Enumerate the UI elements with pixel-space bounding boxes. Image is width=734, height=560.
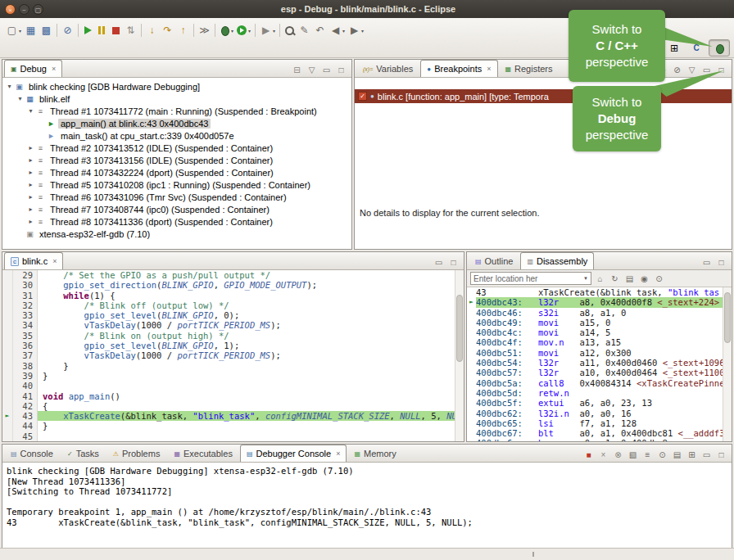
right-tab-variables[interactable]: (x)=Variables	[356, 60, 419, 77]
location-combo[interactable]: Enter location her ▼	[470, 272, 591, 285]
code-line[interactable]: 44}	[2, 421, 464, 431]
console-tab-tasks[interactable]: ✓Tasks	[61, 445, 106, 462]
console-tab-problems[interactable]: ⚠Problems	[106, 445, 167, 462]
annotation-ruler[interactable]	[2, 361, 13, 371]
editor-tab-blink-c[interactable]: cblink.c×	[4, 252, 63, 269]
annotation-ruler[interactable]	[2, 401, 13, 411]
debug-button[interactable]: ▾	[218, 21, 235, 39]
skip-all-breakpoints-button[interactable]: ⊘	[60, 21, 75, 39]
code-line[interactable]: ►43 xTaskCreate(&blink_task, "blink_task…	[2, 411, 464, 421]
debug-tree-row[interactable]: ▸≡Thread #5 1073410208 (ipc1 : Running) …	[2, 178, 351, 191]
line-number[interactable]: 31	[13, 291, 38, 300]
editor-scrollbar[interactable]	[455, 270, 464, 441]
tree-expander-icon[interactable]: ▸	[26, 169, 35, 176]
code-line[interactable]: 31 while(1) {	[2, 291, 464, 300]
annotation-ruler[interactable]	[2, 280, 13, 290]
window-close-button[interactable]: ×	[5, 4, 16, 15]
window-minimize-button[interactable]: −	[19, 4, 29, 15]
maximize-button[interactable]: □	[336, 65, 347, 75]
tree-expander-icon[interactable]: ▾	[26, 107, 35, 115]
debug-tree-row[interactable]: ▸≡Thread #3 1073413156 (IDLE) (Suspended…	[2, 154, 351, 166]
search-button[interactable]	[283, 21, 297, 39]
code-line[interactable]: 36 gpio_set_level(BLINK_GPIO, 1);	[2, 341, 464, 350]
maximize-button[interactable]: □	[716, 258, 727, 267]
console-tab-executables[interactable]: ▦Executables	[167, 445, 239, 462]
disassembly-line[interactable]: 400dbc46: s32i a8, a1, 0	[467, 308, 732, 318]
disassembly-line[interactable]: 400dbc54: l32r a11, 0x400d0460 <_stext+1…	[467, 358, 732, 368]
annotation-ruler[interactable]	[2, 341, 13, 350]
disassembly-line[interactable]: 400dbc62: l32i.n a0, a0, 16	[467, 409, 732, 418]
resume-button[interactable]	[81, 21, 95, 39]
last-edit-location-button[interactable]: ↶	[312, 21, 328, 39]
annotation-ruler[interactable]	[2, 371, 13, 381]
disassembly-line[interactable]: 43 xTaskCreate(&blink_task, "blink_tas	[467, 287, 732, 297]
code-line[interactable]: 30 gpio_set_direction(BLINK_GPIO, GPIO_M…	[2, 280, 464, 290]
console-tab-console[interactable]: ▤Console	[4, 445, 60, 462]
disassembly-line[interactable]: 400dbc51: movi a12, 0x300	[467, 348, 732, 358]
aux-tab-outline[interactable]: ▤Outline	[469, 252, 519, 269]
save-button[interactable]: ▦	[23, 21, 39, 39]
external-tools-button[interactable]: ▶▾	[258, 21, 277, 39]
scroll-lock-button[interactable]: ≡	[642, 450, 653, 459]
line-number[interactable]: 32	[13, 300, 38, 310]
line-number[interactable]: 41	[13, 391, 38, 401]
code-line[interactable]: 37 vTaskDelay(1000 / portTICK_PERIOD_MS)…	[2, 350, 464, 360]
editor-scrollbar-thumb[interactable]	[456, 295, 463, 362]
annotation-ruler[interactable]	[2, 381, 13, 391]
open-perspective-button[interactable]: ⊞	[664, 40, 684, 56]
annotation-ruler[interactable]	[2, 391, 13, 401]
close-icon[interactable]: ×	[487, 65, 491, 73]
pin-console-button[interactable]: ⊙	[657, 450, 668, 459]
disconnect-button[interactable]: ⇅	[123, 21, 138, 39]
maximize-button[interactable]: □	[716, 450, 727, 459]
pin-button[interactable]: ⊙	[654, 274, 664, 283]
step-return-button[interactable]: ↑	[175, 21, 191, 39]
annotation-ruler[interactable]	[2, 331, 13, 341]
code-line[interactable]: 29 /* Set the GPIO as a push/pull output…	[2, 270, 464, 280]
terminate-button[interactable]: ■	[583, 450, 594, 459]
console-tab-debugger-console[interactable]: ▤Debugger Console×	[240, 445, 347, 462]
annotation-ruler[interactable]	[2, 421, 13, 431]
suspend-button[interactable]	[95, 21, 109, 39]
code-line[interactable]: 33 gpio_set_level(BLINK_GPIO, 0);	[2, 310, 464, 320]
save-all-button[interactable]: ▩	[39, 21, 54, 39]
right-tab-breakpoints[interactable]: ●Breakpoints×	[420, 60, 497, 77]
debug-tree-row[interactable]: ▸≡Thread #6 1073431096 (Tmr Svc) (Suspen…	[2, 191, 351, 203]
view-menu-button[interactable]: ▽	[686, 65, 697, 75]
disassembly-line[interactable]: 400dbc49: movi a15, 0	[467, 318, 732, 327]
go-to-pc-button[interactable]: ⌂	[595, 274, 605, 283]
annotation-ruler[interactable]	[2, 320, 13, 330]
debug-tree-row[interactable]: ▾▣blink checking [GDB Hardware Debugging…	[2, 80, 351, 93]
remove-all-terminated-button[interactable]: ⊗	[613, 450, 623, 459]
new-wizard-button[interactable]: ▢▾	[4, 21, 23, 39]
line-number[interactable]: 45	[13, 431, 38, 441]
forward-button[interactable]: ▶▾	[347, 21, 365, 39]
instruction-stepping-button[interactable]: ≫	[197, 21, 212, 39]
right-tab-registers[interactable]: ▦Registers	[499, 60, 560, 77]
disassembly-line[interactable]: 400dbc4f: mov.n a13, a15	[467, 337, 732, 347]
line-number[interactable]: 35	[13, 331, 38, 341]
close-icon[interactable]: ×	[336, 449, 340, 458]
tree-expander-icon[interactable]: ▾	[5, 83, 14, 90]
maximize-button[interactable]: □	[448, 258, 459, 267]
disassembly-line[interactable]: 400dbc65: lsi f7, a1, 128	[467, 418, 732, 428]
code-line[interactable]: 32 /* Blink off (output low) */	[2, 300, 464, 310]
debug-tree-row[interactable]: ▸≡Thread #4 1073432224 (dport) (Suspende…	[2, 166, 351, 178]
disassembly-line[interactable]: 400dbc5f: extui a6, a0, 23, 13	[467, 398, 732, 408]
debug-tab-debug[interactable]: ▣Debug×	[4, 60, 62, 77]
annotation-ruler[interactable]	[2, 270, 13, 280]
disassembly-area[interactable]: 43 xTaskCreate(&blink_task, "blink_tas►4…	[467, 287, 732, 441]
disassembly-line[interactable]: 400dbc6a: bnone a0, a1, 0x400dbc8	[467, 438, 732, 441]
line-number[interactable]: 33	[13, 310, 38, 320]
disassembly-line[interactable]: 400dbc67: blt a0, a1, 0x400dbc81 <__addd…	[467, 428, 732, 438]
view-menu-button[interactable]: ▽	[306, 65, 317, 75]
open-console-button[interactable]: ⊞	[686, 450, 697, 459]
run-button[interactable]: ▾	[235, 21, 252, 39]
line-number[interactable]: 29	[13, 270, 38, 280]
line-number[interactable]: 34	[13, 320, 38, 330]
current-instruction-pointer-icon[interactable]: ►	[2, 411, 13, 421]
tree-expander-icon[interactable]: ▸	[26, 205, 35, 213]
line-number[interactable]: 30	[13, 280, 38, 290]
disassembly-line[interactable]: 400dbc5a: call8 0x40084314 <xTaskCreateP…	[467, 378, 732, 388]
debug-tree-row[interactable]: ▸≡Thread #7 1073408744 (ipc0) (Suspended…	[2, 203, 351, 215]
